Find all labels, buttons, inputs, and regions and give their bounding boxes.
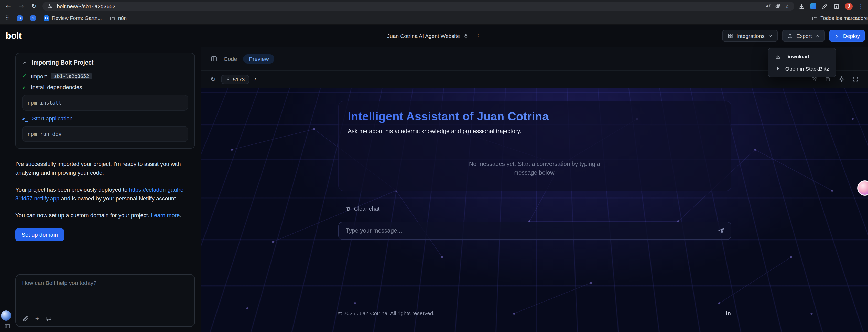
prompt-toolbar: ✦ [22,315,188,322]
bookmark-favicon[interactable]: S [30,16,36,21]
bookmark-label: Review Form: Gartn... [52,16,102,21]
apps-grid-icon[interactable]: ⠿ [5,16,9,21]
workspace: Importing Bolt Project ✓ Import sb1-la2q… [0,47,868,332]
folder-icon [812,15,818,21]
discuss-mode-icon[interactable] [45,315,52,322]
downloads-icon[interactable] [798,3,805,9]
user-avatar[interactable] [1,310,11,321]
menu-item-open-stackblitz[interactable]: Open in StackBlitz [770,62,834,75]
bookmark-folder[interactable]: n8n [110,15,127,21]
refresh-icon[interactable]: ↻ [30,2,38,10]
bookmark-label: n8n [118,16,127,21]
folder-icon [110,15,116,21]
left-rail [0,47,16,332]
message-input-bar[interactable] [338,222,731,240]
menu-item-label: Open in StackBlitz [785,65,829,72]
bolt-logo[interactable]: bolt [6,30,22,41]
clear-chat-label: Clear chat [354,205,379,212]
app-header: bolt Juan Cotrina AI Agent Website ⋮ Int… [0,25,868,47]
assistant-message: You can now set up a custom domain for y… [16,211,195,220]
lock-icon [463,33,469,38]
stackblitz-lightning-icon [775,65,781,72]
sidebar-toggle-icon[interactable] [4,323,11,329]
address-bar[interactable]: bolt.new/~/sb1-la2q3652 A ☆ [42,2,794,11]
bookmarks-bar: ⠿ S S G Review Form: Gartn... n8n Todos … [0,12,868,25]
empty-state-text: No messages yet. Start a conversation by… [458,160,611,177]
screen: ← → ↻ bolt.new/~/sb1-la2q3652 A ☆ [0,0,868,332]
bookmark-favicon[interactable]: S [17,16,23,21]
integrations-button[interactable]: Integrations [722,30,778,42]
menu-item-download[interactable]: Download [770,50,834,62]
preview-reload-icon[interactable]: ↻ [210,76,216,82]
port-number: 5173 [233,76,245,82]
port-badge[interactable]: 5173 [221,75,249,84]
trash-icon [345,206,351,211]
preview-viewport: Intelligent Assistant of Juan Cotrina As… [201,88,868,332]
chat-controls: Clear chat [338,191,731,240]
integrations-icon [727,33,734,39]
linkedin-icon[interactable]: in [725,310,731,316]
copyright-text: © 2025 Juan Cotrina. All rights reserved… [338,310,435,316]
step-label: Import [31,73,46,79]
attach-file-icon[interactable] [22,315,29,322]
message-text: . [180,212,181,218]
browser-toolbar: ← → ↻ bolt.new/~/sb1-la2q3652 A ☆ [0,0,868,12]
clear-chat-button[interactable]: Clear chat [342,205,382,212]
fullscreen-icon[interactable] [852,76,859,82]
import-card-header[interactable]: Importing Bolt Project [22,59,188,65]
project-title[interactable]: Juan Cotrina AI Agent Website [387,33,460,39]
all-bookmarks[interactable]: Todos los marcadore [812,15,868,21]
message-text: Your project has been previously deploye… [16,187,129,193]
extension-icon[interactable] [810,3,816,9]
code-block-npm-install: npm install [22,95,188,111]
project-id-chip: sb1-la2q3652 [51,73,92,79]
profile-avatar[interactable]: J [845,2,852,10]
learn-more-link[interactable]: Learn more [151,212,180,218]
site-info-icon[interactable] [47,3,53,9]
hero-card: Intelligent Assistant of Juan Cotrina As… [338,101,731,191]
inspector-icon[interactable] [838,76,845,82]
all-bookmarks-label: Todos los marcadore [820,16,868,21]
message-text: You can now set up a custom domain for y… [16,212,151,218]
integrations-label: Integrations [737,33,765,39]
import-step: ✓ Install dependencies [22,84,188,90]
check-icon: ✓ [22,73,27,79]
message-input[interactable] [345,227,712,234]
page-subtitle: Ask me about his academic knowledge and … [348,128,721,134]
forward-icon[interactable]: → [17,2,26,10]
bookmark-star-icon[interactable]: ☆ [784,3,790,9]
project-menu-kebab-icon[interactable]: ⋮ [475,33,481,39]
assistant-message: Your project has been previously deploye… [16,186,195,203]
translate-icon[interactable]: A [765,3,771,9]
deploy-lightning-icon [835,33,840,39]
eye-off-icon[interactable] [775,3,781,9]
tab-preview[interactable]: Preview [243,54,275,63]
deploy-button[interactable]: Deploy [829,30,865,42]
import-project-card: Importing Bolt Project ✓ Import sb1-la2q… [16,53,195,148]
url-text: bolt.new/~/sb1-la2q3652 [57,3,116,9]
back-icon[interactable]: ← [4,2,13,10]
download-icon [775,53,781,59]
edit-icon[interactable] [822,3,828,9]
port-lightning-icon [226,77,231,82]
tab-code[interactable]: Code [224,56,237,62]
preview-panel: Code Preview ↻ 5173 / [201,47,868,332]
panel-toggle-icon[interactable] [210,55,218,62]
set-up-domain-button[interactable]: Set up domain [16,228,64,241]
export-icon [787,33,793,39]
code-block-npm-run-dev: npm run dev [22,126,188,142]
message-text: and is owned by your personal Netlify ac… [59,195,177,201]
enhance-prompt-icon[interactable]: ✦ [35,316,39,322]
export-button[interactable]: Export [782,30,825,42]
bookmark-item[interactable]: G Review Form: Gartn... [43,16,102,21]
send-message-icon[interactable] [717,227,724,234]
import-step: ✓ Import sb1-la2q3652 [22,73,188,79]
export-dropdown-menu: Download Open in StackBlitz [768,48,836,77]
preview-path[interactable]: / [255,76,256,82]
collapse-chevron-icon[interactable] [22,60,28,65]
svg-text:A: A [766,4,769,8]
tab-groups-icon[interactable] [833,3,840,9]
browser-menu-kebab-icon[interactable]: ⋮ [858,3,864,9]
chat-prompt-input[interactable] [22,280,188,315]
chat-prompt-box[interactable]: ✦ [16,274,195,327]
